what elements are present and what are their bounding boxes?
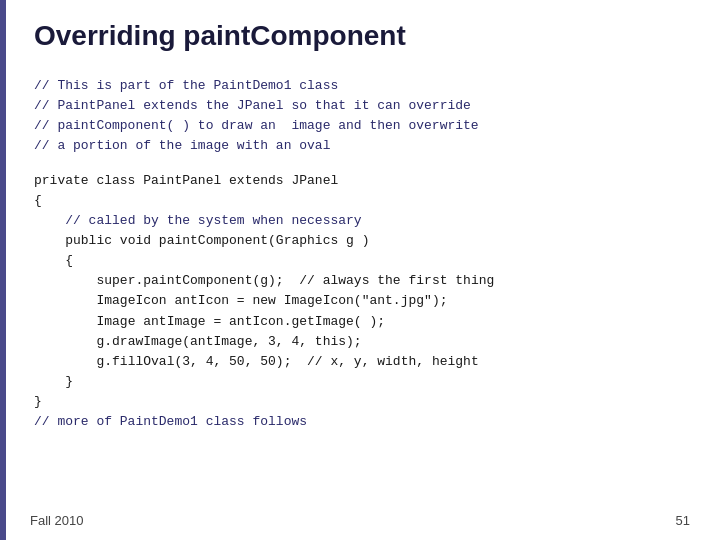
- code-line-5: super.paintComponent(g); // always the f…: [34, 271, 690, 291]
- code-block: // This is part of the PaintDemo1 class …: [30, 76, 690, 432]
- code-line-6: ImageIcon antIcon = new ImageIcon("ant.j…: [34, 291, 690, 311]
- slide-container: Overriding paintComponent // This is par…: [0, 0, 720, 540]
- code-line-10: }: [34, 372, 690, 392]
- code-line-0: private class PaintPanel extends JPanel: [34, 171, 690, 191]
- footer-left: Fall 2010: [30, 513, 83, 528]
- comment-line-2: // PaintPanel extends the JPanel so that…: [34, 96, 690, 116]
- code-line-7: Image antImage = antIcon.getImage( );: [34, 312, 690, 332]
- footer-right: 51: [676, 513, 690, 528]
- code-line-11: }: [34, 392, 690, 412]
- code-line-3: public void paintComponent(Graphics g ): [34, 231, 690, 251]
- code-line-2: // called by the system when necessary: [34, 211, 690, 231]
- code-line-12: // more of PaintDemo1 class follows: [34, 412, 690, 432]
- comment-line-1: // This is part of the PaintDemo1 class: [34, 76, 690, 96]
- code-line-1: {: [34, 191, 690, 211]
- code-line-4: {: [34, 251, 690, 271]
- comment-line-3: // paintComponent( ) to draw an image an…: [34, 116, 690, 136]
- slide-title: Overriding paintComponent: [30, 20, 690, 52]
- code-line-8: g.drawImage(antImage, 3, 4, this);: [34, 332, 690, 352]
- left-border-accent: [0, 0, 6, 540]
- code-line-9: g.fillOval(3, 4, 50, 50); // x, y, width…: [34, 352, 690, 372]
- comment-line-4: // a portion of the image with an oval: [34, 136, 690, 156]
- footer: Fall 2010 51: [30, 513, 690, 528]
